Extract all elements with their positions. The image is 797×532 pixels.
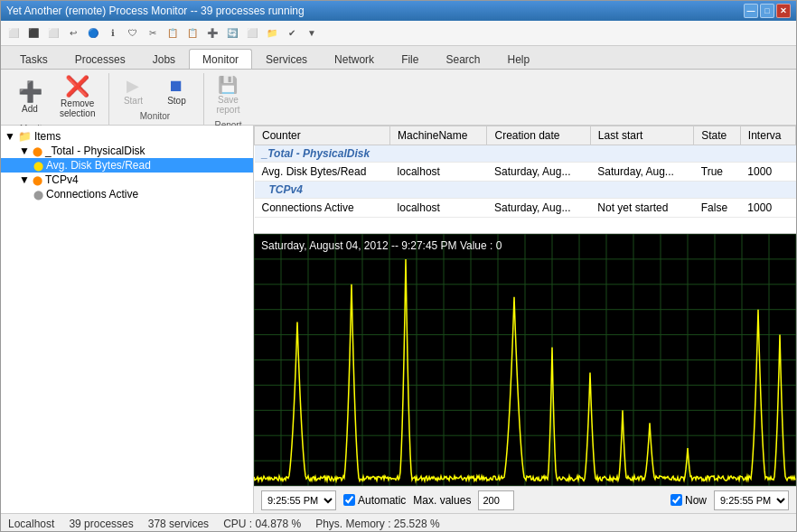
col-machinename[interactable]: MachineName <box>390 126 487 145</box>
tab-services[interactable]: Services <box>252 49 321 69</box>
cell-laststart-2: Not yet started <box>590 199 693 218</box>
toolbar-icons: ⬜ ⬛ ⬜ ↩ 🔵 ℹ 🛡 ✂ 📋 📋 ➕ 🔄 ⬜ 📁 ✔ ▼ <box>5 24 321 42</box>
chart-timestamp: Saturday, August 04, 2012 -- 9:27:45 PM … <box>261 239 502 252</box>
cell-state-2: False <box>694 199 741 218</box>
toolbar-icon-12[interactable]: 🔄 <box>223 24 241 42</box>
title-bar-buttons: — □ ✕ <box>744 4 791 18</box>
col-state[interactable]: State <box>694 126 741 145</box>
conn-label: Connections Active <box>46 188 138 201</box>
data-table[interactable]: Counter MachineName Creation date Last s… <box>254 126 796 234</box>
remove-selection-button[interactable]: ❌ Removeselection <box>53 73 101 122</box>
status-services: 378 services <box>148 518 209 530</box>
time-start-select[interactable]: 9:25:55 PM <box>261 490 336 510</box>
report-buttons: 💾 Savereport <box>208 73 248 118</box>
tab-search[interactable]: Search <box>432 49 493 69</box>
table-row[interactable]: Connections Active localhost Saturday, A… <box>255 199 796 218</box>
cell-machine-2: localhost <box>390 199 487 218</box>
toolbar-icon-13[interactable]: ⬜ <box>243 24 261 42</box>
monitor-process-buttons: ➕ Add ❌ Removeselection <box>10 73 101 122</box>
toolbar-icon-4[interactable]: ↩ <box>64 24 82 42</box>
toolbar-dropdown[interactable]: ▼ <box>303 24 321 42</box>
window-title: Yet Another (remote) Process Monitor -- … <box>6 5 305 17</box>
toolbar-icon-14[interactable]: 📁 <box>263 24 281 42</box>
toolbar-section-monitor-process: ➕ Add ❌ Removeselection Monitor a proces… <box>6 73 109 125</box>
stop-icon: ⏹ <box>168 78 184 94</box>
items-label: Items <box>34 130 61 143</box>
tab-help[interactable]: Help <box>494 49 544 69</box>
group-row-physicaldisk: _Total - PhysicalDisk <box>255 145 796 163</box>
col-last-start[interactable]: Last start <box>590 126 693 145</box>
cell-counter: Avg. Disk Bytes/Read <box>255 163 390 182</box>
cell-interval: 1000 <box>740 163 795 182</box>
toolbar-icon-10[interactable]: 📋 <box>183 24 202 42</box>
tab-monitor[interactable]: Monitor <box>189 49 252 69</box>
cell-creation-2: Saturday, Aug... <box>487 199 590 218</box>
tree-item-avg-disk[interactable]: ⬤ Avg. Disk Bytes/Read <box>1 158 253 173</box>
tab-file[interactable]: File <box>388 49 432 69</box>
now-label[interactable]: Now <box>670 494 707 507</box>
save-report-label: Savereport <box>216 95 239 115</box>
close-button[interactable]: ✕ <box>776 4 791 18</box>
toolbar-icon-11[interactable]: ➕ <box>203 24 221 42</box>
pd-icon: ⬤ <box>33 146 42 156</box>
toolbar-icon-9[interactable]: 📋 <box>164 24 182 42</box>
tree-expand-icon: ▼ <box>5 130 15 143</box>
cell-creation: Saturday, Aug... <box>487 163 590 182</box>
minimize-button[interactable]: — <box>744 4 758 18</box>
add-label: Add <box>22 104 38 114</box>
toolbar-icon-15[interactable]: ✔ <box>283 24 301 42</box>
stop-button[interactable]: ⏹ Stop <box>156 74 196 109</box>
toolbar-icon-8[interactable]: ✂ <box>144 24 162 42</box>
time-end-select[interactable]: 9:25:55 PM <box>714 490 789 510</box>
tab-tasks[interactable]: Tasks <box>6 49 61 69</box>
add-button[interactable]: ➕ Add <box>10 79 50 117</box>
save-report-button[interactable]: 💾 Savereport <box>208 73 248 118</box>
nav-tabs: Tasks Processes Jobs Monitor Services Ne… <box>1 46 796 70</box>
col-counter[interactable]: Counter <box>255 126 390 145</box>
maximize-button[interactable]: □ <box>760 4 774 18</box>
tcp-icon: ⬤ <box>33 175 42 185</box>
toolbar-icon-2[interactable]: ⬛ <box>24 24 42 42</box>
automatic-checkbox[interactable] <box>343 494 355 506</box>
toolbar-icon-7[interactable]: 🛡 <box>124 24 142 42</box>
stop-label: Stop <box>167 96 186 106</box>
toolbar-icon-3[interactable]: ⬜ <box>44 24 62 42</box>
status-memory: Phys. Memory : 25.528 % <box>315 518 439 530</box>
add-icon: ➕ <box>18 82 42 102</box>
avg-disk-icon: ⬤ <box>33 161 43 171</box>
remove-selection-label: Removeselection <box>60 98 95 118</box>
pd-expand-icon: ▼ <box>19 145 30 157</box>
tree-item-connections[interactable]: ⬤ Connections Active <box>1 187 253 201</box>
items-folder-icon: 📁 <box>18 130 32 143</box>
max-values-label: Max. values <box>413 494 471 507</box>
toolbar-section-report: 💾 Savereport Report <box>204 73 255 125</box>
toolbar-icon-1[interactable]: ⬜ <box>5 24 23 42</box>
start-button[interactable]: ▶ Start <box>113 74 153 109</box>
tab-jobs[interactable]: Jobs <box>139 49 189 69</box>
start-label: Start <box>124 96 143 106</box>
cell-machine: localhost <box>390 163 487 182</box>
main-content: ▼ 📁 Items ▼ ⬤ _Total - PhysicalDisk ⬤ Av… <box>1 126 796 513</box>
status-bar: Localhost 39 processes 378 services CPU … <box>1 513 796 532</box>
toolbar-icon-6[interactable]: ℹ <box>104 24 122 42</box>
tcp-label: TCPv4 <box>45 173 79 186</box>
tree-item-physicaldisk[interactable]: ▼ ⬤ _Total - PhysicalDisk <box>1 144 253 158</box>
status-processes: 39 processes <box>69 518 133 530</box>
toolbar-icon-5[interactable]: 🔵 <box>84 24 102 42</box>
tab-processes[interactable]: Processes <box>61 49 139 69</box>
title-bar: Yet Another (remote) Process Monitor -- … <box>1 1 796 21</box>
max-values-input[interactable] <box>478 490 514 510</box>
automatic-label[interactable]: Automatic <box>343 494 406 507</box>
tree-item-tcpv4[interactable]: ▼ ⬤ TCPv4 <box>1 173 253 187</box>
tree-item-root[interactable]: ▼ 📁 Items <box>1 129 253 144</box>
toolbar-section-monitor: ▶ Start ⏹ Stop Monitor <box>109 73 204 125</box>
now-checkbox[interactable] <box>670 494 682 506</box>
tab-network[interactable]: Network <box>321 49 388 69</box>
start-icon: ▶ <box>127 78 139 94</box>
col-creation-date[interactable]: Creation date <box>487 126 590 145</box>
cell-state: True <box>694 163 741 182</box>
col-interval[interactable]: Interva <box>740 126 795 145</box>
table-row[interactable]: Avg. Disk Bytes/Read localhost Saturday,… <box>255 163 796 182</box>
chart-area: Saturday, August 04, 2012 -- 9:27:45 PM … <box>254 234 796 486</box>
group-label-physicaldisk: _Total - PhysicalDisk <box>255 145 796 163</box>
